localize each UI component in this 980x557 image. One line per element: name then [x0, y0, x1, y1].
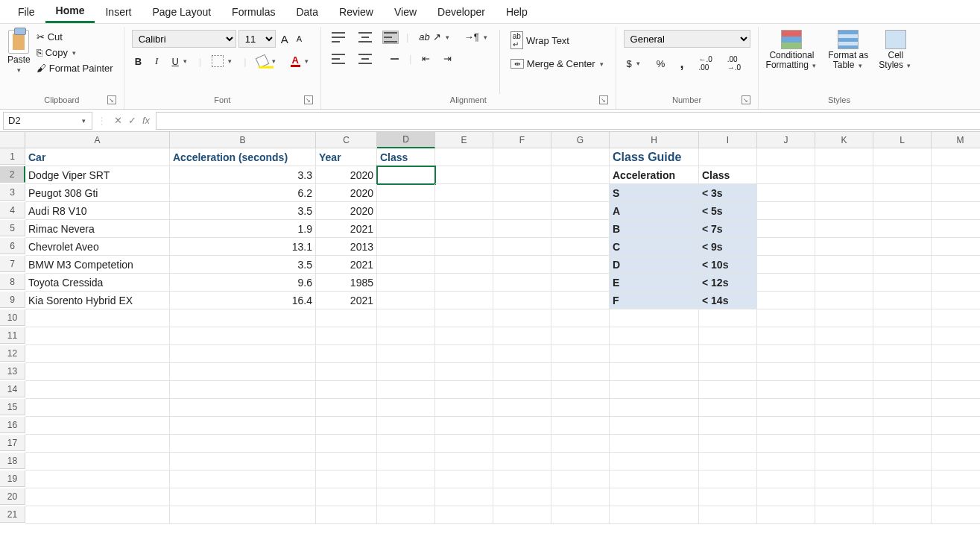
cell-J21[interactable] — [757, 506, 815, 524]
cell-G5[interactable] — [551, 220, 610, 238]
cell-L6[interactable] — [873, 238, 932, 256]
row-header-21[interactable]: 21 — [0, 506, 25, 523]
cell-D5[interactable] — [377, 220, 435, 238]
cell-F9[interactable] — [493, 292, 551, 309]
cell-M11[interactable] — [932, 327, 980, 345]
cell-B14[interactable] — [170, 381, 316, 399]
cell-I10[interactable] — [699, 309, 757, 327]
cell-F6[interactable] — [493, 238, 551, 256]
cell-F21[interactable] — [493, 506, 551, 524]
cell-B12[interactable] — [170, 345, 316, 363]
col-header-J[interactable]: J — [757, 132, 815, 148]
font-color-button[interactable]: A▾ — [288, 54, 313, 69]
cell-K3[interactable] — [815, 184, 873, 202]
cell-J15[interactable] — [757, 399, 815, 417]
row-header-17[interactable]: 17 — [0, 435, 25, 451]
cell-E4[interactable] — [435, 202, 493, 220]
cell-B2[interactable]: 3.3 — [170, 166, 316, 184]
cell-H14[interactable] — [610, 381, 699, 399]
cell-I17[interactable] — [699, 435, 757, 453]
cell-I3[interactable]: < 3s — [699, 184, 757, 202]
cell-B16[interactable] — [170, 417, 316, 435]
cell-J1[interactable] — [757, 148, 815, 166]
decrease-indent-button[interactable]: ⇤ — [419, 51, 433, 66]
row-header-1[interactable]: 1 — [0, 148, 25, 165]
cell-B5[interactable]: 1.9 — [170, 220, 316, 238]
cell-E14[interactable] — [435, 381, 493, 399]
cell-L17[interactable] — [873, 435, 932, 453]
italic-button[interactable]: I — [152, 54, 161, 69]
cell-D10[interactable] — [377, 309, 435, 327]
row-header-3[interactable]: 3 — [0, 184, 25, 201]
cell-I2[interactable]: Class — [699, 166, 757, 184]
cell-E15[interactable] — [435, 399, 493, 417]
cell-A19[interactable] — [25, 471, 170, 488]
cell-G15[interactable] — [551, 399, 610, 417]
row-header-2[interactable]: 2 — [0, 166, 25, 183]
cell-J8[interactable] — [757, 274, 815, 292]
cell-C2[interactable]: 2020 — [316, 166, 377, 184]
cell-E1[interactable] — [435, 148, 493, 166]
cell-K13[interactable] — [815, 363, 873, 381]
decrease-font-button[interactable]: A — [294, 33, 305, 45]
cell-A21[interactable] — [25, 506, 170, 524]
cell-J5[interactable] — [757, 220, 815, 238]
cell-G18[interactable] — [551, 453, 610, 471]
cell-L12[interactable] — [873, 345, 932, 363]
menu-item-formulas[interactable]: Formulas — [221, 1, 285, 22]
cell-K11[interactable] — [815, 327, 873, 345]
cell-H6[interactable]: C — [610, 238, 699, 256]
cell-E2[interactable] — [435, 166, 493, 184]
cell-C7[interactable]: 2021 — [316, 256, 377, 274]
col-header-H[interactable]: H — [610, 132, 699, 148]
cell-D15[interactable] — [377, 399, 435, 417]
col-header-F[interactable]: F — [493, 132, 551, 148]
cell-I19[interactable] — [699, 471, 757, 488]
cell-I20[interactable] — [699, 488, 757, 506]
col-header-C[interactable]: C — [316, 132, 377, 148]
cell-F13[interactable] — [493, 363, 551, 381]
align-right-button[interactable] — [382, 52, 402, 66]
cell-D9[interactable] — [377, 292, 435, 309]
col-header-G[interactable]: G — [551, 132, 610, 148]
align-top-button[interactable] — [329, 31, 348, 44]
cell-G16[interactable] — [551, 417, 610, 435]
cell-L15[interactable] — [873, 399, 932, 417]
cell-J18[interactable] — [757, 453, 815, 471]
cell-D3[interactable] — [377, 184, 435, 202]
cell-C17[interactable] — [316, 435, 377, 453]
cell-M7[interactable] — [932, 256, 980, 274]
col-header-K[interactable]: K — [815, 132, 873, 148]
cell-I16[interactable] — [699, 417, 757, 435]
cell-M2[interactable] — [932, 166, 980, 184]
row-header-5[interactable]: 5 — [0, 220, 25, 236]
cell-M3[interactable] — [932, 184, 980, 202]
cell-J17[interactable] — [757, 435, 815, 453]
row-header-7[interactable]: 7 — [0, 256, 25, 272]
cell-K19[interactable] — [815, 471, 873, 488]
percent-button[interactable]: % — [654, 57, 668, 71]
cell-E16[interactable] — [435, 417, 493, 435]
cell-B3[interactable]: 6.2 — [170, 184, 316, 202]
cell-L5[interactable] — [873, 220, 932, 238]
cell-B1[interactable]: Acceleration (seconds) — [170, 148, 316, 166]
cell-E13[interactable] — [435, 363, 493, 381]
col-header-I[interactable]: I — [699, 132, 757, 148]
cell-K5[interactable] — [815, 220, 873, 238]
cell-D14[interactable] — [377, 381, 435, 399]
align-bottom-button[interactable] — [382, 31, 399, 44]
cell-G4[interactable] — [551, 202, 610, 220]
ltr-button[interactable]: →¶▾ — [461, 30, 492, 44]
cell-A3[interactable]: Peugot 308 Gti — [25, 184, 170, 202]
row-header-16[interactable]: 16 — [0, 417, 25, 433]
cell-C11[interactable] — [316, 327, 377, 345]
col-header-A[interactable]: A — [25, 132, 170, 148]
cell-F5[interactable] — [493, 220, 551, 238]
cell-M9[interactable] — [932, 292, 980, 309]
cell-I4[interactable]: < 5s — [699, 202, 757, 220]
paste-button[interactable]: Paste▾ — [7, 30, 31, 75]
menu-item-view[interactable]: View — [384, 1, 427, 22]
border-button[interactable]: ▾ — [209, 54, 236, 69]
cell-L13[interactable] — [873, 363, 932, 381]
cell-K9[interactable] — [815, 292, 873, 309]
